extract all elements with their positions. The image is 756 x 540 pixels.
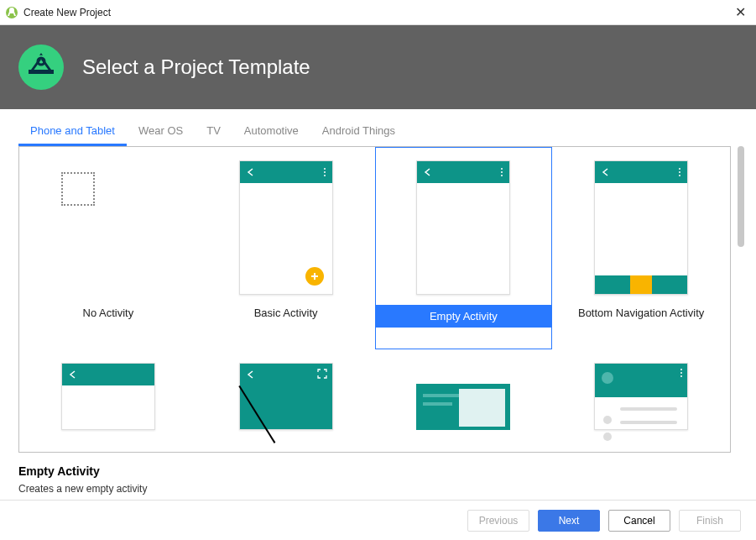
template-label: No Activity [83, 307, 134, 319]
description-body: Creates a new empty activity [18, 483, 738, 495]
template-empty-activity[interactable]: Empty Activity [375, 147, 553, 349]
template-description: Empty Activity Creates a new empty activ… [0, 453, 756, 500]
fab-plus-icon [305, 267, 324, 286]
template-row2-item[interactable] [19, 349, 197, 452]
fullscreen-icon [317, 369, 327, 379]
template-thumbnail [594, 160, 688, 295]
overflow-menu-icon [324, 168, 326, 176]
platform-tabs: Phone and Tablet Wear OS TV Automotive A… [0, 109, 756, 146]
template-thumbnail [416, 363, 510, 430]
tab-label: Phone and Tablet [30, 124, 115, 137]
tab-phone-and-tablet[interactable]: Phone and Tablet [18, 119, 127, 146]
back-arrow-icon [247, 168, 255, 176]
android-studio-icon [5, 6, 18, 19]
banner-heading: Select a Project Template [82, 55, 310, 79]
back-arrow-icon [69, 370, 77, 379]
tab-wear-os[interactable]: Wear OS [127, 119, 195, 146]
overflow-menu-icon [679, 168, 680, 176]
template-no-activity[interactable]: No Activity [19, 147, 197, 349]
back-arrow-icon [602, 168, 610, 176]
description-title: Empty Activity [18, 464, 738, 478]
template-thumbnail [594, 363, 688, 430]
tab-automotive[interactable]: Automotive [232, 119, 310, 146]
android-studio-logo-icon [18, 45, 64, 90]
template-label: Empty Activity [375, 305, 553, 328]
template-bottom-navigation-activity[interactable]: Bottom Navigation Activity [552, 147, 730, 349]
template-row2-item[interactable] [552, 349, 730, 452]
window-titlebar: Create New Project ✕ [0, 0, 756, 25]
template-thumbnail [239, 363, 333, 430]
tab-label: Android Things [322, 124, 395, 137]
template-label: Basic Activity [254, 307, 318, 319]
wizard-footer: Previous Next Cancel Finish [0, 500, 756, 540]
tab-label: TV [206, 124, 221, 137]
tab-android-things[interactable]: Android Things [310, 119, 407, 146]
template-grid: No Activity Basic Activity [18, 146, 731, 453]
window-title: Create New Project [23, 7, 111, 18]
tab-label: Automotive [244, 124, 299, 137]
button-label: Cancel [623, 515, 654, 527]
button-label: Next [559, 515, 580, 527]
template-basic-activity[interactable]: Basic Activity [197, 147, 375, 349]
cancel-button[interactable]: Cancel [608, 510, 670, 532]
next-button[interactable]: Next [538, 510, 600, 532]
tab-label: Wear OS [138, 124, 183, 137]
svg-point-1 [18, 45, 64, 90]
back-arrow-icon [247, 370, 255, 379]
template-label: Bottom Navigation Activity [578, 307, 704, 319]
vertical-scrollbar[interactable] [738, 146, 744, 247]
wizard-banner: Select a Project Template [0, 25, 756, 109]
template-row2-item[interactable] [375, 349, 553, 452]
tab-tv[interactable]: TV [195, 119, 232, 146]
overflow-menu-icon [501, 168, 503, 176]
template-thumbnail [416, 160, 510, 295]
button-label: Previous [479, 515, 519, 527]
close-icon[interactable]: ✕ [730, 4, 751, 20]
button-label: Finish [696, 515, 723, 527]
back-arrow-icon [424, 168, 432, 176]
template-thumbnail [61, 363, 155, 430]
template-row2-item[interactable] [197, 349, 375, 452]
finish-button[interactable]: Finish [679, 510, 741, 532]
svg-rect-3 [29, 70, 54, 74]
diagonal-line-icon [238, 385, 275, 443]
empty-placeholder-icon [61, 172, 95, 206]
bottom-nav-icon [595, 275, 687, 294]
template-thumbnail [239, 160, 333, 295]
previous-button[interactable]: Previous [467, 510, 529, 532]
